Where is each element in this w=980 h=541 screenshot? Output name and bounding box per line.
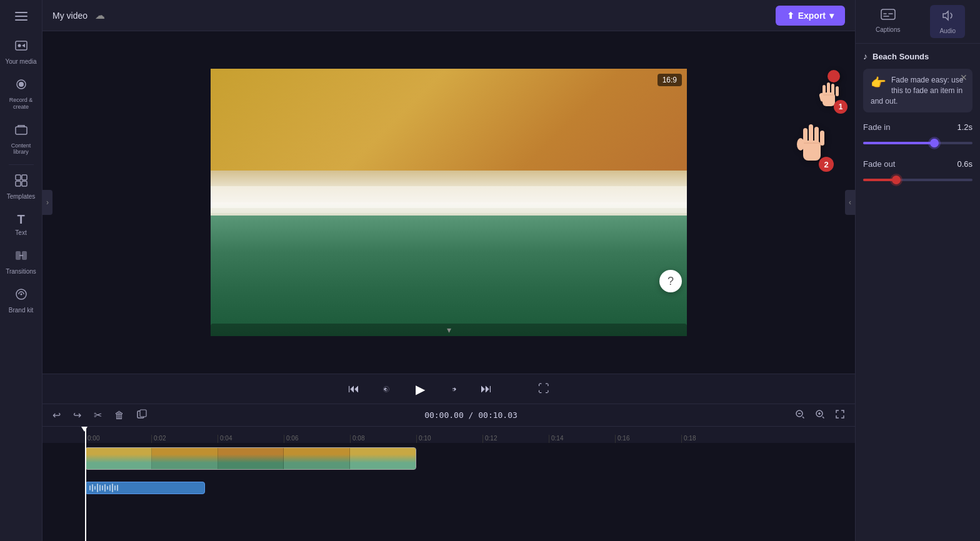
ruler-tick: 0:00 xyxy=(85,435,151,443)
duplicate-button[interactable] xyxy=(134,407,149,424)
zoom-in-button[interactable] xyxy=(812,407,828,424)
svg-rect-16 xyxy=(140,410,146,417)
hamburger-menu[interactable] xyxy=(2,5,40,27)
svg-rect-19 xyxy=(881,9,895,19)
svg-rect-4 xyxy=(16,127,27,134)
text-icon: T xyxy=(17,212,24,227)
ruler-tick: 0:16 xyxy=(615,435,681,443)
audio-track[interactable] xyxy=(85,482,205,494)
export-button[interactable]: ⬆ Export ▾ xyxy=(776,6,845,26)
sidebar-item-label: Record &create xyxy=(9,97,33,111)
sidebar-item-label: Brand kit xyxy=(9,307,33,314)
zoom-out-button[interactable] xyxy=(792,407,808,424)
video-canvas: 16:9 ? ▾ xyxy=(211,69,687,336)
fullscreen-button[interactable]: ⛶ xyxy=(534,379,554,399)
rewind-button[interactable]: 5 xyxy=(376,379,396,399)
ruler-tick: 0:10 xyxy=(416,435,482,443)
transitions-icon xyxy=(14,249,28,266)
audio-track-row xyxy=(42,474,855,499)
sidebar-item-label: Text xyxy=(15,229,26,236)
timeline-tracks xyxy=(42,443,855,541)
captions-label: Captions xyxy=(876,26,900,33)
captions-panel-button[interactable]: Captions xyxy=(871,5,906,38)
timeline-time-display: 00:00.00 / 00:10.03 xyxy=(157,410,785,420)
canvas-collapse-button[interactable]: ▾ xyxy=(211,324,687,336)
ruler-tick: 0:14 xyxy=(549,435,615,443)
svg-point-12 xyxy=(20,294,22,295)
fade-in-section: Fade in 1.2s xyxy=(863,122,972,149)
help-button[interactable]: ? xyxy=(659,270,682,292)
fade-in-label: Fade in xyxy=(863,122,890,132)
sidebar: Your media Record &create Contentlibrary… xyxy=(0,0,42,541)
sidebar-item-label: Templates xyxy=(7,193,36,200)
svg-rect-8 xyxy=(22,181,27,186)
play-button[interactable]: ▶ xyxy=(409,378,431,400)
topbar: My video ☁ ⬆ Export ▾ xyxy=(42,0,855,31)
library-icon xyxy=(14,123,28,140)
audio-waveform xyxy=(89,482,118,494)
sidebar-item-transitions[interactable]: Transitions xyxy=(2,244,40,280)
ruler-ticks: 0:00 0:02 0:04 0:06 0:08 0:10 0:12 0:14 … xyxy=(85,435,748,443)
export-label: Export xyxy=(798,11,826,21)
sidebar-item-record-create[interactable]: Record &create xyxy=(2,72,40,116)
project-title[interactable]: My video xyxy=(52,11,88,21)
fade-in-value: 1.2s xyxy=(957,122,972,132)
delete-button[interactable]: 🗑 xyxy=(112,407,127,424)
sidebar-item-text[interactable]: T Text xyxy=(2,207,40,241)
main-area: My video ☁ ⬆ Export ▾ › ‹ xyxy=(42,0,855,541)
right-panel: Captions Audio ♪ Beach Sounds ✕ 👉 Fade m… xyxy=(855,0,980,541)
timeline-toolbar: ↩ ↪ ✂ 🗑 00:00.00 / 00:10.03 xyxy=(42,404,855,427)
fade-out-value: 0.6s xyxy=(957,159,972,169)
svg-rect-0 xyxy=(16,41,27,50)
ruler-tick: 0:12 xyxy=(482,435,549,443)
redo-button[interactable]: ↪ xyxy=(71,407,84,424)
tooltip-close-button[interactable]: ✕ xyxy=(960,72,968,82)
music-note-icon: ♪ xyxy=(863,51,868,61)
aspect-ratio-badge[interactable]: 16:9 xyxy=(658,74,682,86)
sidebar-item-label: Your media xyxy=(5,58,36,65)
timeline-ruler: 0:00 0:02 0:04 0:06 0:08 0:10 0:12 0:14 … xyxy=(42,427,855,443)
undo-button[interactable]: ↩ xyxy=(50,407,63,424)
sidebar-item-label: Transitions xyxy=(6,268,36,275)
sidebar-item-brand-kit[interactable]: Brand kit xyxy=(2,282,40,319)
right-panel-top-icons: Captions Audio xyxy=(856,0,980,44)
export-icon: ⬆ xyxy=(787,11,794,21)
right-panel-toggle[interactable]: ‹ xyxy=(845,190,855,215)
templates-icon xyxy=(14,174,28,191)
fade-tooltip: ✕ 👉 Fade made easy: use this to fade an … xyxy=(863,69,972,112)
svg-rect-6 xyxy=(22,175,27,180)
fade-in-row: Fade in 1.2s xyxy=(863,122,972,132)
svg-rect-7 xyxy=(16,181,21,186)
svg-rect-5 xyxy=(16,175,21,180)
media-icon xyxy=(14,39,28,56)
audio-label: Audio xyxy=(939,27,956,34)
fade-in-slider[interactable] xyxy=(863,137,972,149)
canvas-container: › ‹ 16:9 ? ▾ xyxy=(42,31,855,374)
skip-to-start-button[interactable]: ⏮ xyxy=(344,379,364,399)
timeline-section: ↩ ↪ ✂ 🗑 00:00.00 / 00:10.03 xyxy=(42,404,855,541)
ruler-tick: 0:02 xyxy=(151,435,218,443)
left-panel-toggle[interactable]: › xyxy=(42,190,52,215)
fade-out-row: Fade out 0.6s xyxy=(863,159,972,169)
fade-out-slider[interactable] xyxy=(863,174,972,186)
sidebar-item-templates[interactable]: Templates xyxy=(2,169,40,205)
ruler-tick: 0:18 xyxy=(681,435,748,443)
sidebar-item-content-library[interactable]: Contentlibrary xyxy=(2,118,40,161)
sidebar-item-your-media[interactable]: Your media xyxy=(2,34,40,70)
audio-icon xyxy=(941,9,954,26)
export-chevron: ▾ xyxy=(829,11,834,21)
sidebar-item-label: Contentlibrary xyxy=(11,142,31,156)
video-track-row xyxy=(42,443,855,474)
forward-button[interactable]: 5 xyxy=(444,379,464,399)
fit-button[interactable] xyxy=(832,407,848,424)
svg-text:5: 5 xyxy=(385,387,388,392)
video-track[interactable] xyxy=(85,447,416,470)
cut-button[interactable]: ✂ xyxy=(91,407,104,424)
ruler-tick: 0:06 xyxy=(284,435,350,443)
fade-out-label: Fade out xyxy=(863,159,895,169)
audio-panel-button[interactable]: Audio xyxy=(930,5,965,38)
svg-point-1 xyxy=(18,44,21,47)
skip-to-end-button[interactable]: ⏭ xyxy=(476,379,496,399)
zoom-controls xyxy=(792,407,848,424)
tooltip-emoji: 👉 xyxy=(871,75,886,90)
